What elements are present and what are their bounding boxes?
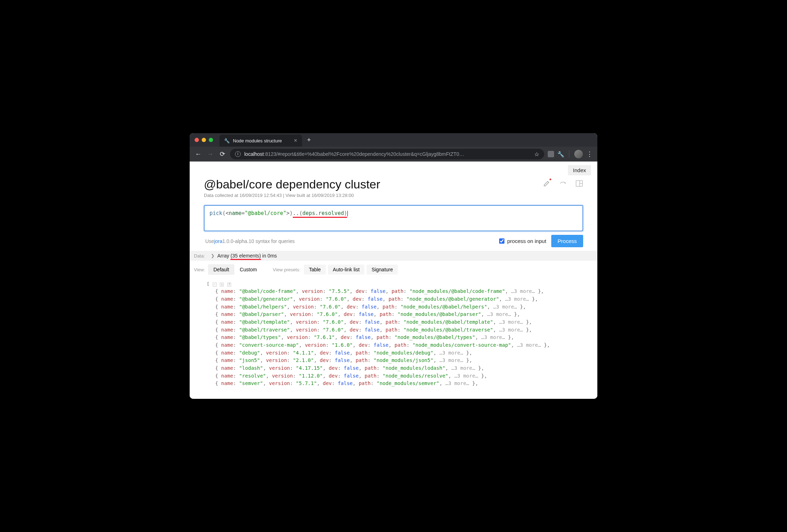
output-row: { name: "convert-source-map", version: "… [207,341,583,349]
output-row: { name: "@babel/traverse", version: "7.6… [207,326,583,334]
query-token: < [225,210,229,216]
jora-link[interactable]: jora [214,238,222,244]
maximize-window-icon[interactable] [209,138,213,142]
preset-table[interactable]: Table [304,265,325,275]
query-token: "@babel/core" [245,210,286,216]
process-on-input-checkbox[interactable] [499,238,504,244]
preset-auto-link list[interactable]: Auto-link list [328,265,364,275]
query-token: > [286,210,290,216]
view-controls: View: Default Custom View presets: Table… [190,261,597,278]
array-count: (35 elements) [230,253,261,260]
output-row: { name: "@babel/code-frame", version: "7… [207,288,583,295]
page-subtitle: Data collected at 16/09/2019 12:54:43 | … [190,193,597,205]
query-footer: Use jora 1.0.0-alpha.10 syntax for queri… [190,231,597,251]
index-button[interactable]: Index [568,165,591,175]
query-token: pick [210,210,222,216]
query-input[interactable]: pick(<name="@babel/core">)..(deps.resolv… [204,205,583,231]
extension-icon[interactable] [548,151,554,157]
edit-icon[interactable] [543,180,551,187]
array-word: Array [217,253,230,259]
hint-suffix: 1.0.0-alpha.10 syntax for queries [222,238,295,244]
profile-avatar[interactable] [574,150,583,158]
view-custom-tab[interactable]: Custom [234,264,262,275]
site-info-icon[interactable]: i [235,151,241,157]
tab-title: Node modules structure [233,138,282,143]
layout-icon[interactable] [575,180,583,187]
output-row: { name: "lodash", version: "4.17.15", de… [207,364,583,372]
new-tab-button[interactable]: + [307,136,311,144]
query-token: ( [222,210,225,216]
query-token: ) [290,210,293,216]
url-path: /#report&title=%40babel%2Fcore%20depende… [276,151,464,157]
data-label: Data: [194,253,208,259]
page-title: @babel/core dependency cluster [204,177,543,191]
output-row: { name: "debug", version: "4.1.1", dev: … [207,349,583,357]
output-row: { name: "resolve", version: "1.12.0", de… [207,372,583,380]
hint-prefix: Use [205,238,214,244]
url-host: localhost [244,151,264,157]
browser-toolbar: ← → ⟳ i localhost:8123/#report&title=%40… [190,147,597,162]
forward-button[interactable]: → [206,151,214,158]
output-row: { name: "@babel/template", version: "7.6… [207,318,583,326]
sort-icon[interactable]: s [220,283,224,287]
tab-favicon-icon: 🔧 [224,138,229,143]
output-row: { name: "json5", version: "2.1.0", dev: … [207,357,583,364]
header-actions [543,180,583,187]
output-row: { name: "@babel/types", version: "7.6.1"… [207,334,583,341]
browser-menu-icon[interactable]: ⋮ [586,150,593,158]
query-token: . [315,210,318,216]
query-token: ( [299,210,302,216]
array-time: in 0ms [261,253,277,259]
browser-tab[interactable]: 🔧 Node modules structure × [219,135,302,147]
reload-button[interactable]: ⟳ [218,150,227,158]
output-row: { name: "semver", version: "5.7.1", dev:… [207,380,583,387]
preset-signature[interactable]: Signature [367,265,398,275]
back-button[interactable]: ← [194,151,202,158]
output-panel: [ - s f { name: "@babel/code-frame", ver… [190,278,597,387]
data-summary-row: Data: ❯ Array (35 elements) in 0ms [190,251,597,261]
extension-icon[interactable]: 🔧 [558,151,564,157]
query-token: = [241,210,245,216]
page-content: Index @babel/core dependency cluster Dat… [190,162,597,399]
format-icon[interactable]: f [227,283,231,287]
query-token: .. [293,210,299,216]
output-row: { name: "@babel/parser", version: "7.6.0… [207,311,583,318]
browser-window: 🔧 Node modules structure × + ← → ⟳ i loc… [190,133,597,399]
query-token: deps [302,210,315,216]
bookmark-icon[interactable]: ☆ [534,151,539,158]
address-bar[interactable]: i localhost:8123/#report&title=%40babel%… [230,149,544,159]
collapse-icon[interactable]: - [213,283,217,287]
minimize-window-icon[interactable] [202,138,206,142]
share-icon[interactable] [559,180,567,187]
expand-icon[interactable]: ❯ [211,253,214,258]
text-cursor [347,211,348,216]
view-label: View: [194,267,208,272]
traffic-lights [195,138,213,142]
close-window-icon[interactable] [195,138,199,142]
url-port: :8123 [264,151,276,157]
presets-label: View presets: [273,267,301,272]
close-tab-icon[interactable]: × [294,137,297,144]
output-toolbar: [ - s f [207,281,583,288]
process-on-input-label: process on input [507,238,546,244]
process-button[interactable]: Process [551,235,583,247]
view-default-tab[interactable]: Default [208,264,234,275]
query-token: resolved [318,210,344,216]
query-token: ) [344,210,347,216]
toolbar-divider [569,151,569,158]
output-row: { name: "@babel/generator", version: "7.… [207,295,583,303]
titlebar: 🔧 Node modules structure × + [190,133,597,147]
output-row: { name: "@babel/helpers", version: "7.6.… [207,303,583,311]
query-token: name [229,210,241,216]
